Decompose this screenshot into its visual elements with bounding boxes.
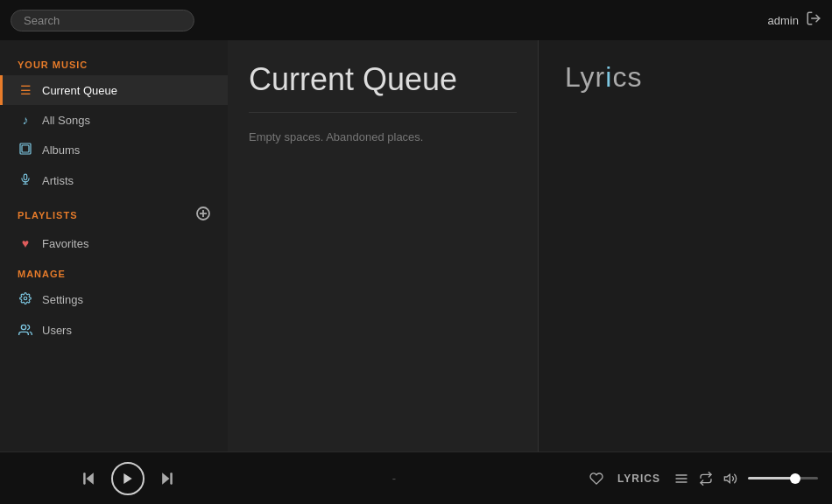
queue-title: Current Queue bbox=[228, 40, 538, 112]
lyrics-title-plain: Lyr bbox=[565, 61, 605, 93]
lyrics-title-end: cs bbox=[612, 61, 642, 93]
lyrics-panel: Lyrics bbox=[539, 40, 832, 452]
sidebar-item-label: Current Queue bbox=[42, 84, 117, 97]
player-controls bbox=[14, 462, 242, 495]
sidebar: YOUR MUSIC ☰ Current Queue ♪ All Songs A… bbox=[0, 40, 228, 452]
volume-button[interactable] bbox=[723, 472, 737, 486]
player-center: - bbox=[242, 472, 546, 485]
sidebar-item-label: All Songs bbox=[42, 114, 90, 127]
sidebar-item-albums[interactable]: Albums bbox=[0, 135, 228, 165]
sidebar-item-label: Settings bbox=[42, 293, 83, 306]
volume-slider[interactable] bbox=[748, 477, 818, 480]
play-button[interactable] bbox=[111, 462, 145, 495]
music-note-icon: ♪ bbox=[18, 113, 33, 127]
admin-label: admin bbox=[768, 14, 799, 27]
heart-icon: ♥ bbox=[18, 236, 33, 250]
svg-marker-14 bbox=[162, 472, 169, 484]
svg-point-9 bbox=[24, 297, 27, 300]
lyrics-button[interactable]: LYRICS bbox=[614, 472, 664, 485]
svg-rect-12 bbox=[83, 472, 86, 484]
sidebar-item-artists[interactable]: Artists bbox=[0, 165, 228, 196]
sidebar-item-users[interactable]: Users bbox=[0, 315, 228, 346]
content-panels: Current Queue Empty spaces. Abandoned pl… bbox=[228, 40, 832, 452]
next-button[interactable] bbox=[155, 466, 180, 491]
search-input[interactable] bbox=[11, 10, 194, 32]
sidebar-item-current-queue[interactable]: ☰ Current Queue bbox=[0, 75, 228, 105]
sidebar-item-label: Artists bbox=[42, 174, 74, 187]
users-icon bbox=[18, 323, 33, 338]
logout-icon[interactable] bbox=[806, 10, 821, 30]
topbar: admin bbox=[0, 0, 832, 40]
manage-title: MANAGE bbox=[0, 258, 228, 284]
now-playing-text: - bbox=[392, 472, 396, 485]
svg-rect-15 bbox=[170, 472, 173, 484]
player-right: LYRICS bbox=[546, 472, 818, 486]
svg-marker-11 bbox=[87, 472, 94, 484]
microphone-icon bbox=[18, 173, 33, 188]
queue-icon: ☰ bbox=[18, 83, 33, 97]
sidebar-item-label: Users bbox=[42, 324, 72, 337]
album-icon bbox=[18, 143, 33, 158]
sidebar-item-favorites[interactable]: ♥ Favorites bbox=[0, 228, 228, 258]
queue-panel: Current Queue Empty spaces. Abandoned pl… bbox=[228, 40, 539, 452]
topbar-right: admin bbox=[768, 10, 821, 30]
queue-list-button[interactable] bbox=[674, 472, 688, 486]
svg-marker-13 bbox=[123, 473, 131, 484]
playlists-header: PLAYLISTS bbox=[0, 196, 228, 228]
sidebar-item-label: Favorites bbox=[42, 237, 88, 250]
gear-icon bbox=[18, 292, 33, 307]
svg-point-10 bbox=[21, 325, 25, 329]
player-bar: - LYRICS bbox=[0, 452, 832, 504]
playlists-title: PLAYLISTS bbox=[18, 210, 78, 220]
prev-button[interactable] bbox=[76, 466, 101, 491]
favorite-button[interactable] bbox=[589, 472, 603, 486]
svg-rect-2 bbox=[22, 145, 29, 152]
lyrics-title: Lyrics bbox=[565, 61, 642, 94]
repeat-button[interactable] bbox=[699, 472, 713, 486]
sidebar-item-label: Albums bbox=[42, 144, 80, 157]
queue-empty-message: Empty spaces. Abandoned places. bbox=[228, 113, 538, 452]
svg-rect-3 bbox=[24, 174, 27, 179]
add-playlist-button[interactable] bbox=[196, 206, 210, 223]
svg-marker-19 bbox=[724, 474, 730, 482]
your-music-title: YOUR MUSIC bbox=[0, 49, 228, 75]
sidebar-item-settings[interactable]: Settings bbox=[0, 284, 228, 315]
main-area: YOUR MUSIC ☰ Current Queue ♪ All Songs A… bbox=[0, 40, 832, 452]
sidebar-item-all-songs[interactable]: ♪ All Songs bbox=[0, 105, 228, 135]
